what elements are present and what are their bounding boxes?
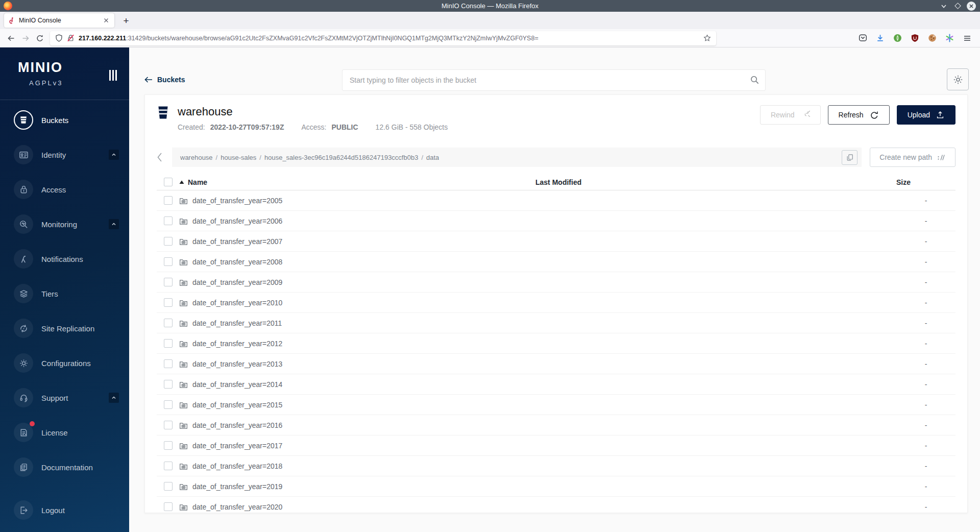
sidebar-item-site-replication[interactable]: Site Replication bbox=[0, 311, 129, 346]
row-checkbox[interactable] bbox=[164, 319, 173, 327]
settings-button[interactable] bbox=[947, 68, 969, 90]
breadcrumb-segment[interactable]: house_sales-3ec96c19a6244d5186247193cccf… bbox=[264, 154, 426, 161]
rewind-button[interactable]: Rewind bbox=[760, 105, 821, 125]
row-checkbox[interactable] bbox=[164, 359, 173, 368]
object-name[interactable]: date_of_transfer_year=2020 bbox=[192, 503, 282, 511]
chevron-up-icon[interactable] bbox=[109, 219, 119, 229]
table-row[interactable]: date_of_transfer_year=2017 - bbox=[157, 436, 955, 456]
search-input[interactable] bbox=[342, 69, 766, 91]
extension-asterisk-icon[interactable] bbox=[943, 31, 957, 45]
object-name[interactable]: date_of_transfer_year=2014 bbox=[192, 380, 282, 389]
forward-icon[interactable] bbox=[18, 31, 33, 45]
breadcrumb-segment[interactable]: data/ bbox=[426, 154, 439, 161]
sidebar-item-access[interactable]: Access bbox=[0, 172, 129, 207]
object-name[interactable]: date_of_transfer_year=2013 bbox=[192, 360, 282, 368]
insecure-lock-icon[interactable] bbox=[67, 34, 75, 42]
maximize-icon[interactable] bbox=[953, 2, 962, 11]
sidebar-item-notifications[interactable]: Notifications bbox=[0, 241, 129, 276]
table-row[interactable]: date_of_transfer_year=2014 - bbox=[157, 374, 955, 395]
object-name[interactable]: date_of_transfer_year=2006 bbox=[192, 217, 282, 225]
close-icon[interactable] bbox=[967, 2, 976, 11]
row-checkbox[interactable] bbox=[164, 441, 173, 450]
bookmark-star-icon[interactable] bbox=[703, 34, 711, 42]
menu-icon[interactable] bbox=[960, 31, 974, 45]
column-last-modified[interactable]: Last Modified bbox=[535, 178, 896, 186]
new-tab-button[interactable]: + bbox=[119, 14, 133, 27]
sidebar-item-tiers[interactable]: Tiers bbox=[0, 276, 129, 311]
back-to-buckets-link[interactable]: Buckets bbox=[144, 76, 185, 84]
row-checkbox[interactable] bbox=[164, 400, 173, 409]
row-checkbox[interactable] bbox=[164, 502, 173, 511]
download-icon[interactable] bbox=[873, 31, 887, 45]
copy-path-icon[interactable] bbox=[842, 150, 857, 165]
browser-tab[interactable]: MinIO Console bbox=[4, 13, 114, 28]
table-row[interactable]: date_of_transfer_year=2019 - bbox=[157, 476, 955, 497]
row-checkbox[interactable] bbox=[164, 298, 173, 307]
sidebar-item-identity[interactable]: Identity bbox=[0, 137, 129, 172]
row-checkbox[interactable] bbox=[164, 339, 173, 348]
breadcrumb-segment[interactable]: house-sales/ bbox=[220, 154, 264, 161]
shield-icon[interactable] bbox=[55, 34, 63, 42]
sidebar-item-support[interactable]: Support bbox=[0, 380, 129, 415]
minimize-icon[interactable] bbox=[939, 2, 948, 11]
sidebar-collapse-icon[interactable] bbox=[109, 70, 117, 81]
cookie-icon[interactable] bbox=[925, 31, 939, 45]
row-checkbox[interactable] bbox=[164, 216, 173, 225]
sidebar-item-logout[interactable]: Logout bbox=[0, 493, 129, 527]
row-checkbox[interactable] bbox=[164, 482, 173, 491]
table-row[interactable]: date_of_transfer_year=2018 - bbox=[157, 456, 955, 476]
sidebar-item-license[interactable]: License bbox=[0, 415, 129, 450]
object-name[interactable]: date_of_transfer_year=2005 bbox=[192, 197, 282, 205]
table-row[interactable]: date_of_transfer_year=2006 - bbox=[157, 211, 955, 231]
url-bar[interactable]: 217.160.222.211:31429/buckets/warehouse/… bbox=[50, 31, 716, 45]
back-icon[interactable] bbox=[4, 31, 18, 45]
column-size[interactable]: Size bbox=[896, 178, 955, 186]
table-row[interactable]: date_of_transfer_year=2013 - bbox=[157, 354, 955, 374]
table-row[interactable]: date_of_transfer_year=2016 - bbox=[157, 415, 955, 436]
row-checkbox[interactable] bbox=[164, 196, 173, 205]
refresh-button[interactable]: Refresh bbox=[828, 105, 890, 125]
object-name[interactable]: date_of_transfer_year=2009 bbox=[192, 278, 282, 286]
object-name[interactable]: date_of_transfer_year=2007 bbox=[192, 237, 282, 246]
table-row[interactable]: date_of_transfer_year=2011 - bbox=[157, 313, 955, 333]
sidebar-item-documentation[interactable]: Documentation bbox=[0, 450, 129, 485]
object-name[interactable]: date_of_transfer_year=2018 bbox=[192, 462, 282, 470]
extension-green-icon[interactable] bbox=[891, 31, 904, 45]
tab-close-icon[interactable] bbox=[102, 16, 110, 25]
upload-button[interactable]: Upload bbox=[897, 105, 955, 125]
row-checkbox[interactable] bbox=[164, 278, 173, 286]
table-row[interactable]: date_of_transfer_year=2012 - bbox=[157, 333, 955, 354]
table-row[interactable]: date_of_transfer_year=2020 - bbox=[157, 497, 955, 513]
pocket-icon[interactable] bbox=[856, 31, 870, 45]
reload-icon[interactable] bbox=[33, 31, 47, 45]
table-row[interactable]: date_of_transfer_year=2010 - bbox=[157, 293, 955, 313]
select-all-checkbox[interactable] bbox=[164, 178, 173, 186]
object-name[interactable]: date_of_transfer_year=2019 bbox=[192, 482, 282, 491]
table-row[interactable]: date_of_transfer_year=2015 - bbox=[157, 395, 955, 415]
object-name[interactable]: date_of_transfer_year=2015 bbox=[192, 401, 282, 409]
row-checkbox[interactable] bbox=[164, 421, 173, 429]
row-checkbox[interactable] bbox=[164, 257, 173, 266]
ublock-icon[interactable] bbox=[908, 31, 922, 45]
object-name[interactable]: date_of_transfer_year=2012 bbox=[192, 340, 282, 348]
breadcrumb-segment[interactable]: warehouse/ bbox=[180, 154, 220, 161]
chevron-up-icon[interactable] bbox=[109, 393, 119, 403]
row-checkbox[interactable] bbox=[164, 237, 173, 246]
row-checkbox[interactable] bbox=[164, 462, 173, 470]
object-name[interactable]: date_of_transfer_year=2016 bbox=[192, 421, 282, 429]
table-row[interactable]: date_of_transfer_year=2009 - bbox=[157, 272, 955, 293]
create-new-path-button[interactable]: Create new path bbox=[870, 148, 955, 167]
column-name[interactable]: Name bbox=[179, 178, 535, 186]
table-row[interactable]: date_of_transfer_year=2007 - bbox=[157, 231, 955, 252]
table-row[interactable]: date_of_transfer_year=2005 - bbox=[157, 190, 955, 211]
row-checkbox[interactable] bbox=[164, 380, 173, 389]
object-name[interactable]: date_of_transfer_year=2008 bbox=[192, 258, 282, 266]
object-name[interactable]: date_of_transfer_year=2011 bbox=[192, 319, 282, 327]
sidebar-item-configurations[interactable]: Configurations bbox=[0, 346, 129, 380]
chevron-up-icon[interactable] bbox=[109, 150, 119, 160]
object-name[interactable]: date_of_transfer_year=2010 bbox=[192, 299, 282, 307]
sidebar-item-monitoring[interactable]: Monitoring bbox=[0, 207, 129, 241]
sidebar-item-buckets[interactable]: Buckets bbox=[0, 103, 129, 137]
path-back-icon[interactable] bbox=[157, 152, 172, 162]
table-row[interactable]: date_of_transfer_year=2008 - bbox=[157, 252, 955, 272]
